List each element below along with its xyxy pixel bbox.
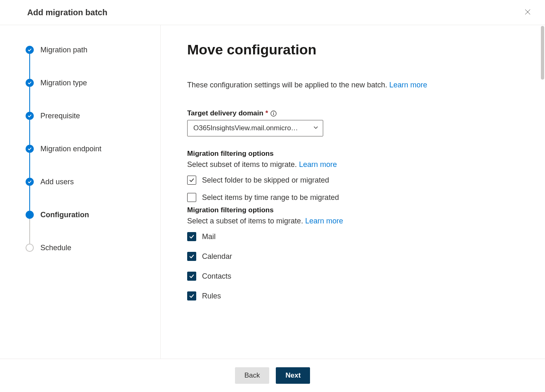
back-button[interactable]: Back xyxy=(235,367,270,384)
step-done-icon xyxy=(26,112,34,120)
opt-time-checkbox[interactable] xyxy=(187,193,196,202)
step-done-icon xyxy=(26,79,34,87)
step-connector xyxy=(29,120,30,145)
step-connector xyxy=(29,219,30,244)
filter-item-label: Rules xyxy=(202,292,221,300)
filter1-learn-more-link[interactable]: Learn more xyxy=(299,160,337,169)
target-domain-select[interactable]: O365InsightsView.mail.onmicro… xyxy=(187,120,323,136)
opt-time-label: Select items by time range to be migrate… xyxy=(202,193,339,202)
info-icon[interactable] xyxy=(270,110,277,117)
wizard-stepper: Migration pathMigration typePrerequisite… xyxy=(0,25,161,359)
filter-item-label: Mail xyxy=(202,232,216,241)
step-label: Migration type xyxy=(40,78,87,88)
target-domain-label-text: Target delivery domain xyxy=(187,109,263,117)
header: Add migration batch xyxy=(0,0,545,25)
wizard-step[interactable]: Prerequisite xyxy=(26,111,148,144)
wizard-step[interactable]: Migration endpoint xyxy=(26,144,148,177)
opt-time-row: Select items by time range to be migrate… xyxy=(187,193,520,202)
intro-text: These configuration settings will be app… xyxy=(187,81,520,89)
filter-item-checkbox[interactable] xyxy=(187,272,196,281)
opt-folder-label: Select folder to be skipped or migrated xyxy=(202,176,329,185)
step-done-icon xyxy=(26,145,34,153)
step-current-icon xyxy=(26,211,34,219)
opt-folder-checkbox[interactable] xyxy=(187,176,196,185)
step-done-icon xyxy=(26,178,34,186)
target-domain-value: O365InsightsView.mail.onmicro… xyxy=(193,124,313,132)
svg-point-2 xyxy=(273,112,274,113)
svg-rect-1 xyxy=(273,113,274,115)
step-label: Prerequisite xyxy=(40,111,80,121)
filter1-sub: Select subset of items to migrate. Learn… xyxy=(187,160,520,169)
filter-item-label: Calendar xyxy=(202,252,232,261)
filter2-heading: Migration filtering options xyxy=(187,206,520,214)
target-domain-field: Target delivery domain * O365InsightsVie… xyxy=(187,109,520,136)
step-connector xyxy=(29,87,30,112)
filter2-sub: Select a subset of items to migrate. Lea… xyxy=(187,217,520,225)
step-label: Migration path xyxy=(40,45,87,55)
wizard-step[interactable]: Add users xyxy=(26,177,148,210)
step-label: Add users xyxy=(40,177,74,187)
step-connector xyxy=(29,186,30,211)
page-title: Move configuration xyxy=(187,42,520,58)
step-connector xyxy=(29,54,30,79)
intro-text-span: These configuration settings will be app… xyxy=(187,81,389,89)
opt-folder-row: Select folder to be skipped or migrated xyxy=(187,176,520,185)
filter-item-label: Contacts xyxy=(202,272,231,281)
required-asterisk: * xyxy=(265,109,268,117)
filter2-learn-more-link[interactable]: Learn more xyxy=(305,217,343,225)
filter-item-checkbox[interactable] xyxy=(187,232,196,241)
main-content: Move configuration These configuration s… xyxy=(161,25,545,359)
filter-item-checkbox[interactable] xyxy=(187,252,196,261)
filter-item-row: Contacts xyxy=(187,272,520,281)
wizard-step[interactable]: Configuration xyxy=(26,210,148,243)
close-button[interactable] xyxy=(523,7,533,17)
step-future-icon xyxy=(26,244,34,252)
step-connector xyxy=(29,153,30,178)
page-header-title: Add migration batch xyxy=(27,8,107,17)
wizard-step[interactable]: Migration path xyxy=(26,45,148,78)
step-label: Migration endpoint xyxy=(40,144,101,154)
filter1-heading: Migration filtering options xyxy=(187,150,520,158)
next-button[interactable]: Next xyxy=(276,367,310,384)
intro-learn-more-link[interactable]: Learn more xyxy=(389,81,427,89)
filter2-sub-text: Select a subset of items to migrate. xyxy=(187,217,305,225)
step-label: Configuration xyxy=(40,210,89,220)
step-label: Schedule xyxy=(40,243,71,253)
filter-item-row: Rules xyxy=(187,291,520,300)
chevron-down-icon xyxy=(313,124,319,132)
step-done-icon xyxy=(26,46,34,54)
target-domain-label: Target delivery domain * xyxy=(187,109,520,117)
wizard-step[interactable]: Migration type xyxy=(26,78,148,111)
wizard-footer: Back Next xyxy=(0,359,545,392)
filter-item-checkbox[interactable] xyxy=(187,291,196,300)
filter-item-row: Calendar xyxy=(187,252,520,261)
close-icon xyxy=(524,8,531,17)
filter1-sub-text: Select subset of items to migrate. xyxy=(187,160,299,169)
filter-item-row: Mail xyxy=(187,232,520,241)
wizard-step[interactable]: Schedule xyxy=(26,243,148,253)
scrollbar-thumb[interactable] xyxy=(541,26,544,80)
